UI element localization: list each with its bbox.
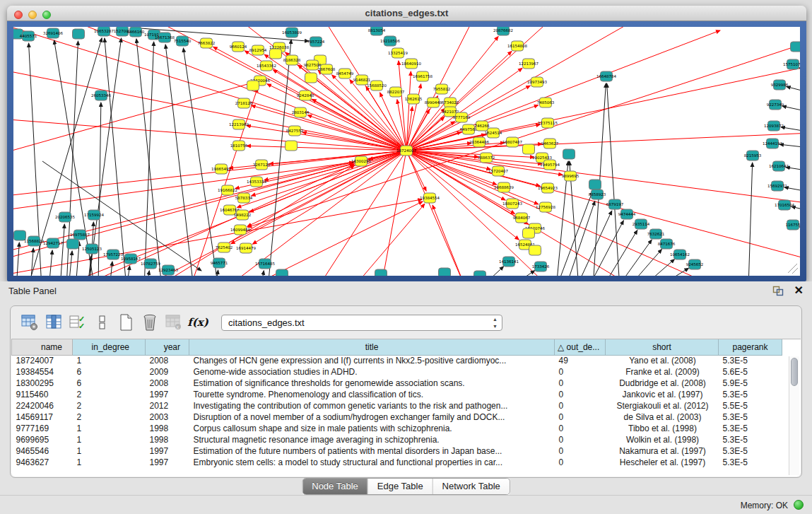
graph-node[interactable]: 3267120: [253, 160, 271, 170]
graph-node[interactable]: [791, 42, 801, 52]
graph-node[interactable]: 10653287: [94, 27, 114, 36]
graph-node[interactable]: 7663822: [198, 38, 216, 48]
row-height-icon[interactable]: [90, 311, 114, 334]
graph-node[interactable]: 12093872: [764, 121, 784, 131]
graph-node[interactable]: 10973493: [527, 77, 547, 87]
show-column-icon[interactable]: [42, 311, 66, 334]
graph-node[interactable]: 15692971: [767, 181, 787, 191]
graph-node[interactable]: 16914479: [236, 243, 256, 253]
graph-node[interactable]: 1624514: [485, 128, 502, 138]
graph-node[interactable]: 16648784: [596, 71, 616, 81]
graph-node[interactable]: 16961758: [413, 71, 433, 81]
graph-node[interactable]: [474, 271, 486, 276]
graph-node[interactable]: [286, 141, 298, 151]
graph-node[interactable]: [270, 49, 282, 59]
delete-table-icon[interactable]: x: [162, 311, 186, 334]
scrollbar-thumb[interactable]: [791, 358, 798, 386]
graph-node[interactable]: [305, 73, 317, 83]
graph-node[interactable]: 11568829: [24, 236, 44, 246]
table-row[interactable]: 969969511998Structural magnetic resonanc…: [12, 434, 782, 445]
graph-node[interactable]: 1498222: [234, 210, 252, 220]
graph-node[interactable]: 16154808: [507, 41, 527, 51]
graph-node[interactable]: 14136141: [499, 257, 519, 267]
graph-node[interactable]: 8427552: [286, 126, 304, 136]
graph-node[interactable]: 18300295: [351, 156, 371, 166]
graph-node[interactable]: 12942717: [43, 238, 63, 248]
tab-edge-table[interactable]: Edge Table: [368, 479, 433, 494]
graph-node[interactable]: 8471676: [658, 239, 676, 249]
graph-node[interactable]: 2867608: [318, 64, 336, 74]
tab-network-table[interactable]: Network Table: [433, 479, 510, 494]
window-titlebar[interactable]: citations_edges.txt: [7, 6, 806, 21]
function-builder-icon[interactable]: f(x): [186, 311, 210, 334]
graph-node[interactable]: 12923463: [158, 265, 178, 275]
graph-node[interactable]: [529, 245, 541, 255]
table-row[interactable]: 1872400712008Changes of HCN gene express…: [12, 355, 782, 366]
graph-node[interactable]: [375, 269, 387, 276]
graph-node[interactable]: 9245652: [686, 259, 704, 269]
column-header-year[interactable]: year: [146, 339, 189, 355]
graph-node[interactable]: 12213967: [519, 59, 539, 69]
table-select-dropdown[interactable]: citations_edges.txt ▲▼: [221, 315, 502, 331]
graph-node[interactable]: 9227349: [767, 100, 784, 110]
citation-network-graph[interactable]: 1872400776638229660124891295412226038818…: [13, 27, 800, 276]
table-row[interactable]: 977716911998Corpus callosum shape and si…: [12, 423, 782, 434]
graph-node[interactable]: [439, 268, 451, 276]
memory-ok-indicator-icon[interactable]: [794, 500, 804, 510]
column-header-out-degree[interactable]: △ out_de...: [555, 339, 606, 355]
graph-node[interactable]: 19654923: [538, 183, 558, 193]
graph-node[interactable]: 1362615: [405, 94, 423, 104]
graph-node[interactable]: 10654162: [670, 250, 690, 259]
graph-node[interactable]: 12213969: [229, 119, 249, 129]
graph-node[interactable]: 9684067: [513, 213, 531, 223]
tab-node-table[interactable]: Node Table: [302, 479, 368, 494]
graph-node[interactable]: 7955812: [433, 84, 451, 94]
graph-node[interactable]: 20206535: [55, 212, 75, 222]
graph-node[interactable]: 8990448: [425, 98, 442, 107]
graph-node[interactable]: [73, 29, 85, 39]
graph-node[interactable]: 4405571: [20, 31, 37, 41]
table-row[interactable]: 946554611997Estimation of the future num…: [12, 445, 782, 457]
new-table-icon[interactable]: [114, 311, 138, 334]
column-visibility-icon[interactable]: ✓ ✓: [66, 311, 90, 334]
graph-node[interactable]: 8912954: [249, 45, 267, 55]
graph-node[interactable]: 7886372: [478, 153, 495, 163]
column-header-pagerank[interactable]: pagerank: [719, 339, 782, 355]
graph-node[interactable]: 7625402: [216, 243, 233, 252]
graph-node[interactable]: 15716485: [255, 259, 275, 269]
table-row[interactable]: 1456911722003Disruption of a novel membe…: [12, 411, 782, 423]
graph-node[interactable]: [589, 180, 601, 189]
graph-node[interactable]: 13325419: [388, 48, 408, 58]
column-header-name[interactable]: name: [12, 339, 73, 355]
graph-node[interactable]: 12756928: [536, 202, 555, 212]
graph-node[interactable]: 7857224: [307, 37, 325, 47]
graph-node[interactable]: 8215953: [744, 151, 762, 160]
graph-node[interactable]: 8454749: [336, 69, 354, 78]
graph-node[interactable]: [523, 144, 535, 154]
graph-node[interactable]: 19384554: [420, 193, 440, 203]
graph-node[interactable]: 8813054: [368, 27, 386, 35]
table-row[interactable]: 1938455462009Genome-wide association stu…: [12, 366, 782, 378]
graph-node[interactable]: 12444193: [763, 139, 782, 148]
graph-node[interactable]: 2718126: [235, 98, 253, 108]
graph-node[interactable]: 16053809: [282, 28, 302, 37]
graph-node[interactable]: 116755: [786, 220, 801, 230]
graph-node[interactable]: [67, 239, 79, 249]
graph-node[interactable]: 17016504: [775, 200, 794, 210]
column-header-short[interactable]: short: [606, 339, 719, 355]
graph-node[interactable]: 18640910: [401, 59, 421, 69]
float-panel-icon[interactable]: [772, 286, 784, 296]
graph-node[interactable]: 5878334: [235, 193, 253, 203]
graph-node[interactable]: 2935114: [632, 219, 650, 229]
graph-node[interactable]: 32691406: [43, 28, 63, 38]
table-row[interactable]: 1830029562008Estimation of significance …: [12, 378, 782, 389]
delete-column-icon[interactable]: [138, 311, 162, 334]
graph-node[interactable]: 16210643: [769, 161, 789, 171]
graph-node[interactable]: [523, 228, 535, 238]
graph-node[interactable]: 10688639: [494, 182, 514, 192]
graph-node[interactable]: 9329986: [771, 80, 789, 90]
graph-node[interactable]: 9474444: [618, 209, 636, 219]
column-header-in-degree[interactable]: in_degree: [73, 339, 146, 355]
graph-node[interactable]: 6879197: [606, 199, 624, 209]
graph-node[interactable]: 9465771: [211, 258, 228, 268]
